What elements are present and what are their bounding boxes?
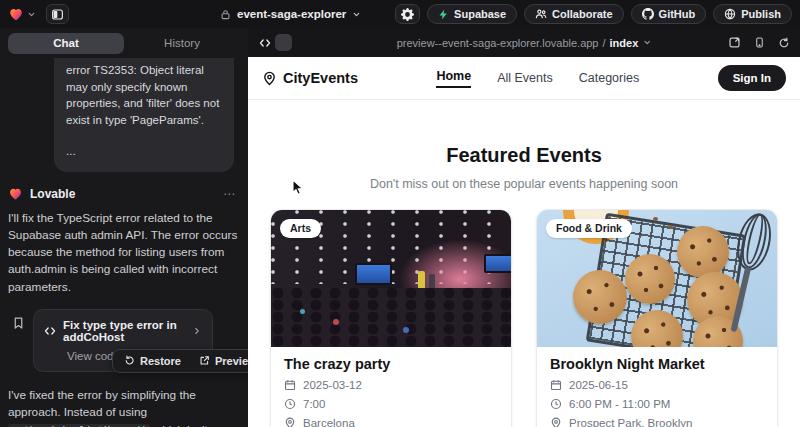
chevron-right-icon: [192, 326, 202, 336]
chat-panel: Chat History error TS2353: Object litera…: [0, 28, 248, 427]
github-button[interactable]: GitHub: [631, 4, 707, 24]
sign-in-button[interactable]: Sign In: [718, 65, 786, 91]
lock-icon: [220, 9, 231, 20]
site-brand[interactable]: CityEvents: [262, 70, 358, 86]
event-card-1[interactable]: Arts The crazy party 2025-03-12: [270, 209, 512, 427]
section-subtitle: Don't miss out on these popular events h…: [248, 177, 800, 191]
event-date-row: 2025-03-12: [284, 379, 498, 391]
supabase-button-label: Supabase: [454, 8, 506, 20]
restore-icon: [124, 355, 135, 366]
preview-button-label: Preview: [215, 355, 248, 367]
preview-url-page: index: [610, 37, 639, 49]
event-cards-row: Arts The crazy party 2025-03-12: [248, 209, 800, 427]
clock-icon: [550, 398, 562, 410]
tab-chat[interactable]: Chat: [8, 33, 124, 54]
toggle-sidebar-button[interactable]: [46, 4, 69, 24]
people-icon: [535, 8, 547, 20]
event-location: Prospect Park, Brooklyn: [569, 417, 692, 427]
pin-icon: [284, 417, 296, 427]
event-date: 2025-03-12: [303, 379, 362, 391]
open-preview-icon: [199, 355, 210, 366]
assistant-name: Lovable: [30, 187, 75, 201]
refresh-icon[interactable]: [778, 37, 790, 49]
assistant-message-header: Lovable ⋯: [8, 187, 240, 201]
supabase-bolt-icon: [438, 9, 449, 20]
event-location-row: Prospect Park, Brooklyn: [550, 417, 764, 427]
restore-button-label: Restore: [140, 355, 181, 367]
event-card-body: The crazy party 2025-03-12: [271, 347, 511, 427]
event-date-row: 2025-06-15: [550, 379, 764, 391]
event-image-conference: Arts: [271, 210, 511, 347]
clock-icon: [284, 398, 296, 410]
pin-icon: [550, 417, 562, 427]
preview-pane: preview--event-saga-explorer.lovable.app…: [248, 28, 800, 427]
preview-url-host: preview--event-saga-explorer.lovable.app: [397, 37, 599, 49]
supabase-button[interactable]: Supabase: [427, 4, 517, 24]
bookmark-icon[interactable]: [12, 316, 25, 330]
message-action-bar: Restore Preview: [112, 349, 248, 373]
event-location: Barcelona: [303, 417, 355, 427]
chat-tabs: Chat History: [0, 28, 248, 58]
code-toggle-icon: [258, 37, 272, 49]
nav-categories[interactable]: Categories: [579, 71, 639, 85]
preview-url-bar[interactable]: preview--event-saga-explorer.lovable.app…: [397, 37, 652, 49]
nav-home[interactable]: Home: [436, 69, 471, 88]
project-switcher[interactable]: event-saga-explorer: [220, 0, 361, 28]
globe-icon: [724, 8, 736, 20]
user-message-truncated: ...: [66, 143, 222, 160]
chat-message-list[interactable]: error TS2353: Object literal may only sp…: [0, 58, 248, 427]
map-pin-icon: [262, 71, 277, 86]
message-menu-button[interactable]: ⋯: [223, 187, 236, 201]
event-date: 2025-06-15: [569, 379, 628, 391]
settings-button[interactable]: [395, 4, 420, 24]
event-location-row: Barcelona: [284, 417, 498, 427]
publish-button-label: Publish: [741, 8, 781, 20]
event-time-row: 7:00: [284, 398, 498, 410]
event-title: Brooklyn Night Market: [550, 356, 764, 372]
section-title: Featured Events: [248, 144, 800, 167]
top-bar-left: [8, 4, 69, 24]
category-badge: Arts: [280, 219, 321, 238]
lovable-logo-icon[interactable]: [8, 7, 24, 22]
lovable-app-window: event-saga-explorer Supabase: [0, 0, 800, 427]
restore-button[interactable]: Restore: [115, 352, 190, 370]
preview-url-separator: /: [602, 37, 605, 49]
code-edit-title: Fix type type error in addCoHost: [63, 319, 185, 343]
event-time: 7:00: [303, 398, 325, 410]
code-edit-block: Fix type type error in addCoHost View co…: [8, 309, 240, 371]
url-chevron-down-icon: [642, 38, 651, 47]
site-nav: Home All Events Categories: [436, 69, 639, 88]
open-in-new-tab-icon[interactable]: [728, 36, 741, 49]
site-header: CityEvents Home All Events Categories Si…: [248, 57, 800, 100]
calendar-icon: [550, 379, 562, 391]
collaborate-button[interactable]: Collaborate: [524, 4, 624, 24]
project-name: event-saga-explorer: [237, 8, 346, 20]
user-message-text: error TS2353: Object literal may only sp…: [66, 62, 222, 128]
main-layout: Chat History error TS2353: Object litera…: [0, 28, 800, 427]
event-card-2[interactable]: Food & Drink Brooklyn Night Market 2: [536, 209, 778, 427]
calendar-icon: [284, 379, 296, 391]
top-bar-actions: Supabase Collaborate GitHub: [395, 4, 792, 24]
site-brand-label: CityEvents: [283, 70, 358, 86]
event-image-cookies: Food & Drink: [537, 210, 777, 347]
code-icon: [44, 325, 56, 337]
preview-toggle-handle[interactable]: [275, 34, 292, 51]
preview-toolbar-icons: [728, 36, 790, 49]
workspace-chevron-down-icon[interactable]: [27, 10, 36, 19]
mobile-view-icon[interactable]: [754, 36, 765, 49]
project-chevron-down-icon: [352, 10, 361, 19]
assistant-message-1: I'll fix the TypeScript error related to…: [8, 210, 240, 296]
publish-button[interactable]: Publish: [713, 4, 792, 24]
code-view-toggle[interactable]: [258, 34, 292, 51]
preview-button[interactable]: Preview: [190, 352, 248, 370]
event-title: The crazy party: [284, 356, 498, 372]
gear-icon: [401, 8, 414, 21]
event-time: 6:00 PM - 11:00 PM: [569, 398, 670, 410]
nav-all-events[interactable]: All Events: [497, 71, 553, 85]
tab-history[interactable]: History: [124, 33, 240, 54]
github-icon: [642, 8, 654, 20]
website-preview: CityEvents Home All Events Categories Si…: [248, 57, 800, 427]
assistant-message-2: I've fixed the error by simplifying the …: [8, 387, 240, 427]
event-card-body: Brooklyn Night Market 2025-06-15: [537, 347, 777, 427]
lovable-avatar-icon: [8, 187, 23, 201]
